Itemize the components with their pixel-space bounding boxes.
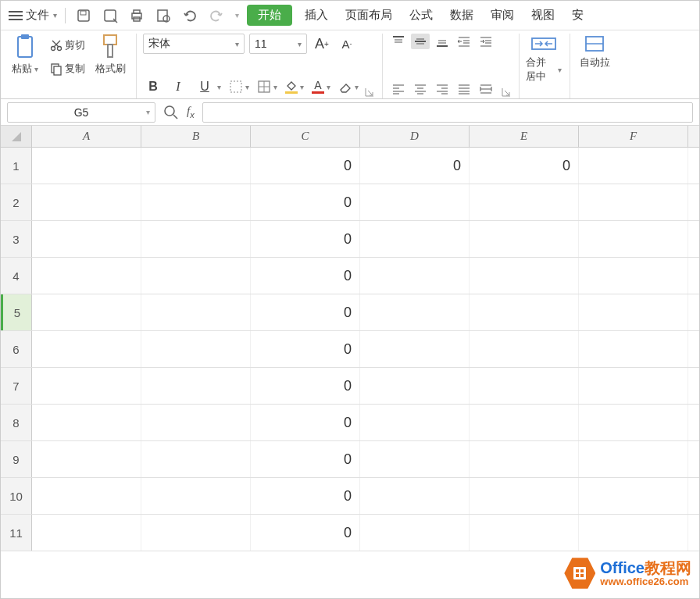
qat-dropdown-icon[interactable]: ▾ (235, 11, 239, 20)
paste-button[interactable]: 粘贴▾ (7, 34, 43, 76)
tab-formula[interactable]: 公式 (402, 5, 441, 26)
cell[interactable]: 0 (251, 148, 360, 184)
font-name-select[interactable]: 宋体 ▾ (143, 34, 245, 54)
col-header-B[interactable]: B (141, 126, 251, 147)
align-bottom-icon[interactable] (433, 34, 452, 49)
cell[interactable] (141, 221, 251, 257)
redo-icon[interactable] (208, 7, 225, 24)
cell[interactable] (360, 441, 470, 477)
increase-indent-icon[interactable] (477, 34, 495, 49)
cell[interactable] (141, 368, 251, 404)
format-painter-button[interactable]: 格式刷 (92, 34, 128, 76)
row-header[interactable]: 4 (1, 258, 32, 294)
cell[interactable] (360, 515, 470, 551)
distribute-icon[interactable] (477, 81, 495, 97)
eraser-button[interactable]: ▾ (337, 80, 360, 93)
decrease-indent-icon[interactable] (455, 34, 473, 49)
bold-button[interactable]: B (143, 77, 163, 97)
align-top-icon[interactable] (389, 34, 408, 49)
align-right-icon[interactable] (433, 81, 452, 97)
cell[interactable] (32, 368, 141, 404)
col-header-E[interactable]: E (470, 126, 579, 147)
row-header[interactable]: 3 (1, 221, 32, 257)
cell[interactable] (579, 184, 688, 220)
cell[interactable] (470, 258, 579, 294)
font-size-select[interactable]: 11 ▾ (249, 34, 307, 54)
cell[interactable] (32, 258, 141, 294)
row-header[interactable]: 5 (1, 294, 32, 330)
cell[interactable] (141, 331, 251, 367)
cell[interactable] (360, 405, 470, 440)
formula-input[interactable] (202, 102, 693, 123)
cell[interactable] (32, 184, 141, 220)
tab-data[interactable]: 数据 (442, 5, 481, 26)
print-preview-icon[interactable] (155, 7, 172, 24)
cell[interactable] (141, 441, 251, 477)
row-header[interactable]: 6 (1, 331, 32, 367)
cell[interactable] (579, 258, 688, 294)
align-left-icon[interactable] (389, 81, 408, 97)
tab-security[interactable]: 安 (564, 5, 591, 26)
fill-color-button[interactable]: ▾ (284, 80, 305, 94)
cell[interactable] (579, 405, 688, 440)
align-middle-icon[interactable] (411, 34, 430, 49)
cell[interactable] (141, 515, 251, 551)
cell[interactable] (32, 331, 141, 367)
cell[interactable] (32, 441, 141, 477)
cell[interactable] (32, 515, 141, 551)
cell[interactable] (470, 441, 579, 477)
align-center-icon[interactable] (411, 81, 430, 97)
cell[interactable] (32, 221, 141, 257)
cell[interactable]: 0 (251, 294, 360, 330)
cell[interactable]: 0 (251, 405, 360, 440)
cell[interactable] (360, 221, 470, 257)
cell[interactable]: 0 (251, 184, 360, 220)
name-box[interactable]: G5 ▾ (7, 102, 155, 123)
cell[interactable] (32, 405, 141, 440)
cell[interactable] (579, 294, 688, 330)
border-button[interactable]: ▾ (227, 80, 251, 94)
italic-button[interactable]: I (168, 77, 188, 97)
row-header[interactable]: 11 (1, 515, 32, 551)
tab-insert[interactable]: 插入 (297, 5, 336, 26)
cell[interactable] (579, 331, 688, 367)
tab-review[interactable]: 审阅 (483, 5, 522, 26)
dialog-launcher-icon[interactable] (502, 87, 511, 97)
cell[interactable] (360, 368, 470, 404)
cell[interactable] (470, 184, 579, 220)
dialog-launcher-icon[interactable] (365, 87, 374, 97)
tab-page-layout[interactable]: 页面布局 (338, 5, 400, 26)
row-header[interactable]: 7 (1, 368, 32, 404)
cell[interactable] (470, 368, 579, 404)
cell[interactable] (470, 221, 579, 257)
fill-style-button[interactable]: ▾ (255, 80, 279, 94)
col-header-C[interactable]: C (251, 126, 360, 147)
undo-icon[interactable] (181, 7, 198, 24)
cell[interactable] (32, 148, 141, 184)
print-icon[interactable] (128, 7, 145, 24)
cell[interactable] (360, 478, 470, 514)
cell[interactable] (360, 258, 470, 294)
cell[interactable] (360, 331, 470, 367)
tab-start[interactable]: 开始 (247, 5, 292, 26)
row-header[interactable]: 10 (1, 478, 32, 514)
col-header-A[interactable]: A (32, 126, 141, 147)
tab-view[interactable]: 视图 (523, 5, 562, 26)
cell[interactable] (141, 184, 251, 220)
cell[interactable] (141, 148, 251, 184)
cell[interactable]: 0 (251, 258, 360, 294)
save-icon[interactable] (75, 7, 92, 24)
row-header[interactable]: 2 (1, 184, 32, 220)
col-header-D[interactable]: D (360, 126, 470, 147)
cell[interactable] (579, 515, 688, 551)
cell[interactable]: 0 (251, 441, 360, 477)
zoom-icon[interactable] (163, 105, 179, 120)
cell[interactable] (32, 478, 141, 514)
cell[interactable] (579, 221, 688, 257)
cell[interactable]: 0 (251, 478, 360, 514)
save-as-icon[interactable] (102, 7, 119, 24)
increase-font-icon[interactable]: A+ (312, 34, 332, 54)
underline-button[interactable]: U▾ (193, 77, 223, 97)
cell[interactable] (579, 478, 688, 514)
cell[interactable] (360, 294, 470, 330)
